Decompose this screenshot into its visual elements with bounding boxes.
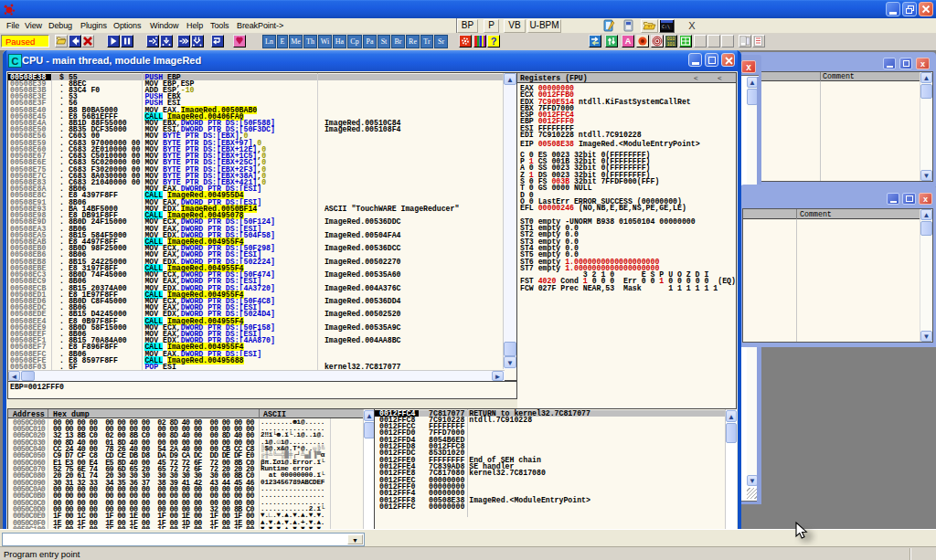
svg-text:C:\: C:\	[662, 24, 670, 29]
